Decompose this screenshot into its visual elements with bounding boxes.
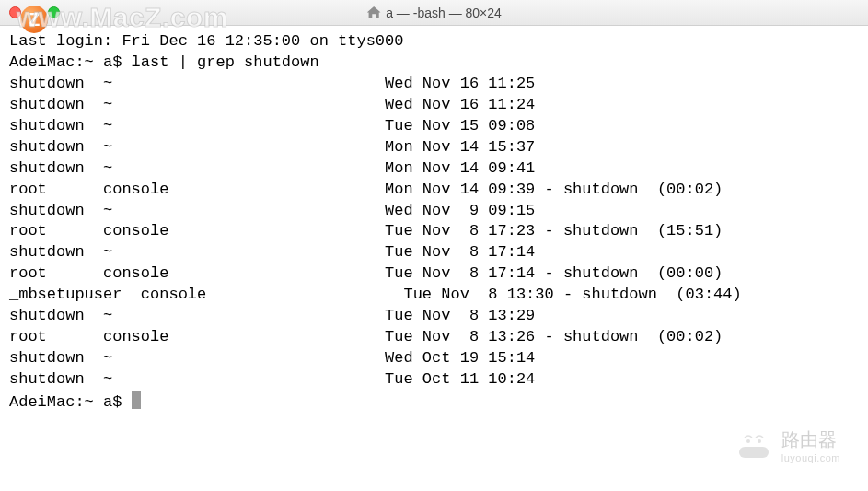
window-titlebar: a — -bash — 80×24 bbox=[0, 0, 868, 26]
close-icon[interactable] bbox=[9, 6, 21, 18]
window-title-text: a — -bash — 80×24 bbox=[386, 6, 502, 20]
watermark-br-sub: luyouqi.com bbox=[781, 452, 840, 463]
maximize-icon[interactable] bbox=[48, 6, 60, 18]
prompt[interactable]: AdeiMac:~ a$ bbox=[9, 393, 132, 411]
svg-point-2 bbox=[758, 439, 761, 443]
watermark-br-text: 路由器 bbox=[781, 427, 840, 452]
terminal-output[interactable]: Last login: Fri Dec 16 12:35:00 on ttys0… bbox=[0, 26, 868, 423]
window-title: a — -bash — 80×24 bbox=[366, 6, 502, 20]
router-icon bbox=[735, 427, 772, 463]
svg-point-1 bbox=[746, 439, 750, 443]
traffic-lights bbox=[0, 6, 60, 18]
minimize-icon[interactable] bbox=[29, 6, 41, 18]
cursor bbox=[132, 391, 141, 409]
watermark-bottom-right: 路由器 luyouqi.com bbox=[735, 427, 840, 463]
home-icon bbox=[366, 6, 380, 18]
svg-rect-0 bbox=[739, 447, 769, 458]
